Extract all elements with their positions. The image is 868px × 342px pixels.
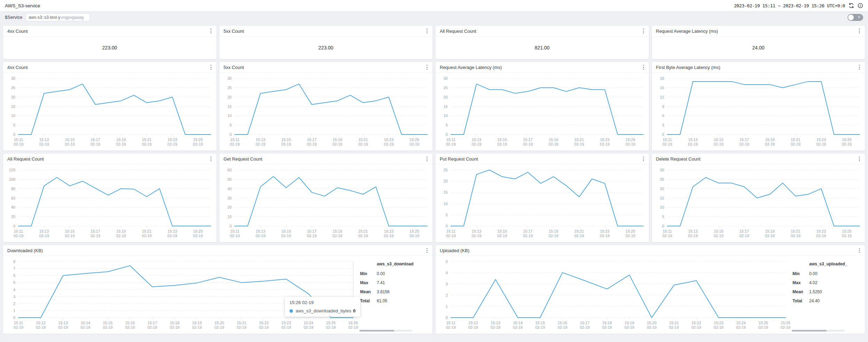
svg-text:15:25: 15:25 <box>758 321 768 325</box>
plot-request-avg-latency[interactable]: 05101520253015:1102-1915:1302-1915:1502-… <box>436 73 649 151</box>
panel-menu-icon[interactable] <box>426 27 428 35</box>
svg-text:02-19: 02-19 <box>781 325 790 329</box>
svg-text:15:17: 15:17 <box>307 229 317 233</box>
info-icon[interactable] <box>858 3 863 8</box>
svg-text:15:15: 15:15 <box>497 229 507 233</box>
plot-get-request-count[interactable]: 010203040506015:1102-1915:1302-1915:1502… <box>220 164 433 242</box>
svg-text:15:18: 15:18 <box>170 321 180 325</box>
chart-card-uploaded-kb: Uploaded (KB) 01234515:1102-1915:1202-19… <box>435 245 865 334</box>
svg-text:20: 20 <box>444 95 448 99</box>
panel-title: Request Average Latency (ms) <box>656 29 718 34</box>
svg-text:15: 15 <box>227 104 231 109</box>
svg-text:02-19: 02-19 <box>14 234 23 238</box>
plot-all-request-count[interactable]: 02040608010012015:1102-1915:1302-1915:15… <box>3 164 216 242</box>
plot-put-request-count[interactable]: 051015202515:1102-1915:1302-1915:1502-19… <box>436 164 649 242</box>
panel-menu-icon[interactable] <box>210 27 212 35</box>
svg-text:02-19: 02-19 <box>230 234 239 238</box>
svg-text:02-19: 02-19 <box>626 234 635 238</box>
view-edit-toggle[interactable]: V <box>847 14 863 21</box>
panel-title: 5xx Count <box>224 29 244 34</box>
service-value-redacted: ungpvgaaag <box>61 15 83 20</box>
time-range-picker[interactable]: 2023-02-19 15:11 ~ 2023-02-19 15:26 UTC+… <box>734 3 845 8</box>
panel-menu-icon[interactable] <box>642 155 645 163</box>
svg-text:0: 0 <box>13 316 15 320</box>
refresh-icon[interactable] <box>849 3 854 8</box>
panel-menu-icon[interactable] <box>642 63 645 71</box>
panel-menu-icon[interactable] <box>858 247 861 254</box>
svg-text:15:13: 15:13 <box>255 229 265 233</box>
legend-row-value: 7.41 <box>377 280 385 285</box>
svg-text:02-19: 02-19 <box>170 325 180 329</box>
svg-text:15: 15 <box>444 104 448 109</box>
svg-text:0: 0 <box>229 132 231 137</box>
svg-text:02-19: 02-19 <box>167 234 177 238</box>
svg-text:02-19: 02-19 <box>626 142 635 146</box>
svg-text:02-19: 02-19 <box>116 142 126 146</box>
legend-series-name: aws_s3_download <box>377 262 429 266</box>
chart-tooltip: 15:26 02-19 aws_s3_downloaded_bytes 0 <box>285 297 360 317</box>
legend-scrollbar[interactable] <box>792 330 845 332</box>
svg-text:02-19: 02-19 <box>65 142 74 146</box>
svg-text:15:25: 15:25 <box>193 229 203 233</box>
svg-text:15:15: 15:15 <box>714 229 723 233</box>
panel-title: All Request Count <box>440 29 476 34</box>
legend-row-value: 3.8156 <box>377 289 390 294</box>
svg-text:02-19: 02-19 <box>384 234 393 238</box>
legend-scrollbar-thumb[interactable] <box>359 330 394 332</box>
plot-uploaded-kb[interactable]: 01234515:1102-1915:1202-1915:1302-1915:1… <box>436 256 791 334</box>
svg-text:02-19: 02-19 <box>535 325 545 329</box>
panel-menu-icon[interactable] <box>426 247 428 254</box>
panel-menu-icon[interactable] <box>642 27 645 35</box>
svg-text:15:15: 15:15 <box>497 138 507 142</box>
svg-text:15:14: 15:14 <box>513 321 523 325</box>
svg-text:02-19: 02-19 <box>842 142 852 146</box>
panel-menu-icon[interactable] <box>858 155 861 163</box>
legend-scrollbar[interactable] <box>359 330 412 332</box>
legend-row-label: Max <box>793 280 809 285</box>
legend-row-value: 0.00 <box>377 271 385 276</box>
svg-text:15:17: 15:17 <box>523 229 533 233</box>
svg-text:25: 25 <box>227 86 231 90</box>
svg-text:02-19: 02-19 <box>142 234 152 238</box>
plot-delete-request-count[interactable]: 05101520253015:1102-1915:1302-1915:1502-… <box>652 164 865 242</box>
svg-text:60: 60 <box>227 168 231 172</box>
panel-menu-icon[interactable] <box>858 63 861 71</box>
legend-scrollbar-thumb[interactable] <box>792 330 827 332</box>
svg-text:02-19: 02-19 <box>281 234 291 238</box>
panel-menu-icon[interactable] <box>426 155 428 163</box>
svg-text:15:15: 15:15 <box>103 321 113 325</box>
svg-text:02-19: 02-19 <box>39 142 49 146</box>
panel-title: All Request Count <box>7 156 44 162</box>
svg-text:02-19: 02-19 <box>790 234 800 238</box>
plot-4xx-count[interactable]: 05101520253015:1102-1915:1302-1915:1502-… <box>3 73 216 151</box>
svg-text:10: 10 <box>444 114 448 118</box>
panel-menu-icon[interactable] <box>210 63 212 71</box>
legend-row-label: Mean <box>793 289 809 294</box>
panel-menu-icon[interactable] <box>210 155 212 163</box>
svg-text:15: 15 <box>444 190 448 194</box>
panel-menu-icon[interactable] <box>858 27 861 35</box>
svg-text:02-19: 02-19 <box>237 325 246 329</box>
plot-first-byte-latency[interactable]: 036912151815:1102-1915:1302-1915:1502-19… <box>652 73 865 151</box>
chart-card-4xx-count: 4xx Count 05101520253015:1102-1915:1302-… <box>3 62 217 151</box>
svg-text:0: 0 <box>13 132 15 137</box>
svg-text:15:15: 15:15 <box>714 138 723 142</box>
svg-text:15: 15 <box>11 104 15 109</box>
svg-text:120: 120 <box>9 168 15 172</box>
legend-row-value: 0.00 <box>809 271 817 276</box>
svg-text:15:21: 15:21 <box>358 138 368 142</box>
panel-menu-icon[interactable] <box>426 63 428 71</box>
svg-text:15:16: 15:16 <box>558 321 567 325</box>
chart-card-first-byte-latency: First Byte Average Latency (ms) 03691215… <box>652 62 866 151</box>
svg-text:02-19: 02-19 <box>116 234 126 238</box>
svg-text:15:25: 15:25 <box>626 138 635 142</box>
svg-text:02-19: 02-19 <box>816 142 826 146</box>
plot-5xx-count[interactable]: 05101520253015:1102-1915:1302-1915:1502-… <box>220 73 433 151</box>
svg-text:15:23: 15:23 <box>816 229 826 233</box>
plot-downloaded-kb[interactable]: 01234567815:1102-1915:1202-1915:1302-191… <box>3 256 359 334</box>
svg-text:15:13: 15:13 <box>688 138 698 142</box>
svg-text:0: 0 <box>662 132 664 137</box>
panel-title: 4xx Count <box>7 29 28 34</box>
svg-text:15:21: 15:21 <box>574 229 584 233</box>
service-input[interactable]: aws-s3::s3-test-yungpvgaaag <box>25 13 90 21</box>
